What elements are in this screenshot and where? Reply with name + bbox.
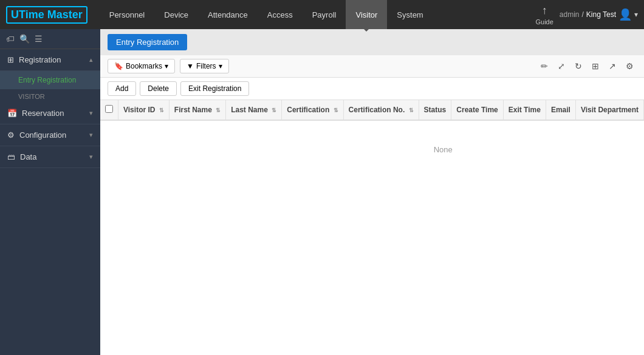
data-arrow-icon: ▾ xyxy=(89,153,93,161)
sidebar-visitor-sub-label: Visitor xyxy=(0,89,100,103)
registration-icon: ⊞ xyxy=(7,55,14,64)
expand-icon-btn[interactable]: ⤢ xyxy=(555,59,568,73)
entry-registration-link-label: Entry Registration xyxy=(18,76,76,84)
filters-label: Filters xyxy=(196,62,216,70)
nav-device[interactable]: Device xyxy=(154,0,198,29)
user-name: King Test xyxy=(586,10,616,19)
registration-arrow-icon: ▴ xyxy=(89,56,93,64)
sidebar-data[interactable]: 🗃 Data ▾ xyxy=(0,146,100,168)
table-empty-row: None xyxy=(100,120,644,178)
toolbar: 🔖 Bookmarks ▾ ▼ Filters ▾ ✏ ⤢ ↻ ⊞ ↗ ⚙ xyxy=(100,55,644,78)
configuration-icon: ⚙ xyxy=(7,130,15,140)
list-icon[interactable]: ☰ xyxy=(35,34,43,44)
sort-visitor-id-icon[interactable]: ⇅ xyxy=(159,107,164,113)
toolbar-left: 🔖 Bookmarks ▾ ▼ Filters ▾ xyxy=(108,59,229,73)
sub-header: Entry Registration xyxy=(100,29,644,55)
reservation-label: Reservation xyxy=(22,109,64,118)
data-icon: 🗃 xyxy=(7,152,15,161)
nav-personnel[interactable]: Personnel xyxy=(100,0,155,29)
nav-access[interactable]: Access xyxy=(258,0,303,29)
toolbar-right: ✏ ⤢ ↻ ⊞ ↗ ⚙ xyxy=(538,59,637,73)
sort-first-name-icon[interactable]: ⇅ xyxy=(216,107,221,113)
user-chevron-icon: ▾ xyxy=(634,10,638,19)
sort-certification-icon[interactable]: ⇅ xyxy=(334,107,338,113)
select-all-checkbox[interactable] xyxy=(105,105,113,113)
guide-label: Guide xyxy=(535,18,553,25)
table-empty-message: None xyxy=(100,120,644,178)
col-create-time: Create Time xyxy=(451,100,503,120)
visitor-table: Visitor ID ⇅ First Name ⇅ Last Name ⇅ xyxy=(100,100,644,178)
table-body: None xyxy=(100,120,644,178)
nav-items: Personnel Device Attendance Access Payro… xyxy=(100,0,536,29)
logo: UTime Master xyxy=(6,6,87,24)
col-visit-dept: Visit Department xyxy=(575,100,643,120)
user-slash: / xyxy=(582,10,584,19)
reservation-icon: 📅 xyxy=(7,109,17,118)
edit-icon-btn[interactable]: ✏ xyxy=(538,59,551,73)
search-sidebar-icon[interactable]: 🔍 xyxy=(19,34,30,44)
sidebar-toolbar: 🏷 🔍 ☰ xyxy=(0,29,100,49)
sidebar-item-entry-registration[interactable]: Entry Registration xyxy=(0,71,100,89)
table-wrapper: Visitor ID ⇅ First Name ⇅ Last Name ⇅ xyxy=(100,100,644,355)
main-layout: 🏷 🔍 ☰ ⊞ Registration ▴ Entry Registratio… xyxy=(0,29,644,355)
grid-icon-btn[interactable]: ⊞ xyxy=(589,59,602,73)
col-first-name: First Name ⇅ xyxy=(169,100,225,120)
nav-attendance[interactable]: Attendance xyxy=(198,0,258,29)
checkbox-col-header[interactable] xyxy=(100,100,118,120)
sort-last-name-icon[interactable]: ⇅ xyxy=(272,107,276,113)
add-button[interactable]: Add xyxy=(108,81,136,96)
bookmarks-button[interactable]: 🔖 Bookmarks ▾ xyxy=(108,59,175,73)
sidebar: 🏷 🔍 ☰ ⊞ Registration ▴ Entry Registratio… xyxy=(0,29,100,355)
col-exit-time: Exit Time xyxy=(503,100,546,120)
registration-label: Registration xyxy=(19,55,61,64)
action-bar: Add Delete Exit Registration xyxy=(100,78,644,100)
sidebar-reservation[interactable]: 📅 Reservation ▾ xyxy=(0,103,100,124)
user-admin: admin xyxy=(560,10,580,19)
bookmarks-chevron-icon: ▾ xyxy=(165,62,168,70)
tag-icon[interactable]: 🏷 xyxy=(6,34,15,44)
filters-button[interactable]: ▼ Filters ▾ xyxy=(180,59,229,73)
sidebar-registration[interactable]: ⊞ Registration ▴ xyxy=(0,49,100,71)
col-last-name: Last Name ⇅ xyxy=(226,100,282,120)
reservation-arrow-icon: ▾ xyxy=(89,109,93,117)
exit-registration-button[interactable]: Exit Registration xyxy=(180,81,249,96)
bookmarks-label: Bookmarks xyxy=(126,62,162,70)
col-visitor-id: Visitor ID ⇅ xyxy=(118,100,170,120)
nav-visitor[interactable]: Visitor xyxy=(346,0,387,29)
bookmark-icon: 🔖 xyxy=(114,62,123,70)
refresh-icon-btn[interactable]: ↻ xyxy=(572,59,585,73)
delete-button[interactable]: Delete xyxy=(140,81,177,96)
guide-button[interactable]: ↑ Guide xyxy=(535,4,553,25)
configuration-label: Configuration xyxy=(19,130,66,140)
share-icon-btn[interactable]: ↗ xyxy=(606,59,619,73)
col-certification-no: Certification No. ⇅ xyxy=(343,100,419,120)
guide-icon: ↑ xyxy=(542,4,547,17)
col-status: Status xyxy=(419,100,451,120)
col-certification: Certification ⇅ xyxy=(282,100,343,120)
configuration-arrow-icon: ▾ xyxy=(89,131,93,139)
user-menu[interactable]: admin / King Test 👤 ▾ xyxy=(560,8,638,21)
table-header-row: Visitor ID ⇅ First Name ⇅ Last Name ⇅ xyxy=(100,100,644,120)
data-label: Data xyxy=(20,152,36,161)
filters-chevron-icon: ▾ xyxy=(219,62,222,70)
nav-payroll[interactable]: Payroll xyxy=(303,0,346,29)
col-email: Email xyxy=(546,100,575,120)
nav-right: ↑ Guide admin / King Test 👤 ▾ xyxy=(535,4,638,25)
user-avatar-icon: 👤 xyxy=(618,8,632,21)
logo-text: UTime Master xyxy=(6,6,87,24)
top-nav: UTime Master Personnel Device Attendance… xyxy=(0,0,644,29)
filter-icon: ▼ xyxy=(187,62,194,70)
main-content: Entry Registration 🔖 Bookmarks ▾ ▼ Filte… xyxy=(100,29,644,355)
nav-system[interactable]: System xyxy=(387,0,433,29)
sidebar-configuration[interactable]: ⚙ Configuration ▾ xyxy=(0,124,100,146)
entry-registration-tab[interactable]: Entry Registration xyxy=(108,34,187,50)
sort-certification-no-icon[interactable]: ⇅ xyxy=(409,107,414,113)
settings-icon-btn[interactable]: ⚙ xyxy=(623,59,637,73)
